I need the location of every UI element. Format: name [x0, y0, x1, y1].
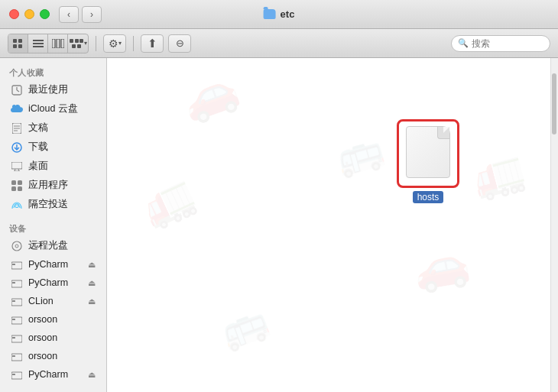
view-list-button[interactable] — [28, 34, 48, 53]
sidebar-item-pycharm-1[interactable]: PyCharm ⏏ — [3, 255, 103, 274]
svg-rect-6 — [33, 46, 44, 47]
close-button[interactable] — [9, 9, 19, 19]
svg-rect-38 — [12, 282, 15, 283]
sidebar: 个人收藏 最近使用 iCloud 云盘 文稿 下载 — [0, 58, 107, 392]
svg-rect-14 — [77, 44, 81, 48]
traffic-lights — [0, 9, 50, 19]
view-column-button[interactable] — [48, 34, 68, 53]
toolbar: ▾ ⚙ ▾ ⬆ ⊖ 🔍 — [0, 29, 558, 58]
svg-rect-48 — [12, 374, 15, 375]
search-box[interactable]: 🔍 — [451, 35, 550, 52]
svg-rect-42 — [12, 319, 15, 320]
eject-icon-4[interactable]: ⏏ — [88, 370, 96, 380]
eject-icon-1[interactable]: ⏏ — [88, 260, 96, 270]
svg-rect-46 — [12, 355, 15, 357]
svg-text:🚛: 🚛 — [134, 167, 203, 235]
sidebar-item-icloud[interactable]: iCloud 云盘 — [3, 99, 103, 118]
drive-icon-7 — [11, 368, 23, 381]
titlebar: ‹ › etc — [0, 0, 558, 29]
back-button[interactable]: ‹ — [59, 6, 79, 23]
svg-rect-1 — [18, 39, 22, 43]
gear-icon: ⚙ — [109, 37, 118, 50]
file-icon-body — [406, 126, 450, 178]
sidebar-label-orsoon-1: orsoon — [28, 314, 57, 325]
desktop-icon — [11, 160, 23, 173]
sidebar-item-remote-disc[interactable]: 远程光盘 — [3, 236, 103, 255]
view-gallery-button[interactable]: ▾ — [68, 34, 88, 53]
sidebar-item-airdrop[interactable]: 隔空投送 — [3, 195, 103, 214]
tag-icon: ⊖ — [176, 37, 184, 49]
scrollbar-track[interactable] — [550, 58, 558, 392]
search-icon: 🔍 — [458, 38, 469, 48]
svg-rect-45 — [11, 354, 22, 361]
sidebar-item-desktop[interactable]: 桌面 — [3, 157, 103, 176]
svg-rect-30 — [11, 186, 16, 191]
svg-text:🚗: 🚗 — [174, 59, 246, 129]
file-name-label: hosts — [413, 191, 444, 203]
svg-rect-4 — [33, 40, 44, 41]
folder-icon — [264, 9, 276, 19]
search-input[interactable] — [472, 38, 543, 49]
sidebar-item-orsoon-1[interactable]: orsoon — [3, 310, 103, 329]
svg-point-33 — [12, 241, 21, 251]
svg-text:🚌: 🚌 — [331, 125, 388, 182]
svg-text:🚌: 🚌 — [214, 296, 274, 356]
icloud-icon — [11, 103, 23, 115]
svg-rect-37 — [11, 280, 22, 287]
svg-rect-44 — [12, 337, 15, 339]
drive-icon-6 — [11, 350, 23, 362]
sidebar-item-clion[interactable]: CLion ⏏ — [3, 292, 103, 310]
toolbar-separator-1 — [96, 36, 96, 51]
svg-rect-2 — [13, 44, 17, 48]
eject-icon-2[interactable]: ⏏ — [88, 278, 96, 288]
file-icon-corner — [437, 127, 449, 139]
svg-rect-13 — [72, 44, 76, 48]
eject-icon-3[interactable]: ⏏ — [88, 296, 96, 306]
scrollbar-thumb[interactable] — [552, 73, 556, 134]
svg-rect-3 — [18, 44, 22, 48]
maximize-button[interactable] — [40, 9, 50, 19]
svg-rect-35 — [11, 262, 22, 269]
view-icon-button[interactable] — [8, 34, 28, 53]
sidebar-item-apps[interactable]: 应用程序 — [3, 176, 103, 195]
svg-rect-12 — [79, 39, 83, 43]
share-button[interactable]: ⬆ — [141, 34, 164, 53]
share-icon: ⬆ — [148, 37, 157, 50]
sidebar-item-recent[interactable]: 最近使用 — [3, 80, 103, 99]
tag-button[interactable]: ⊖ — [168, 34, 191, 53]
apps-icon — [11, 180, 23, 192]
file-item-hosts[interactable]: hosts — [397, 119, 459, 203]
svg-rect-39 — [11, 299, 22, 306]
svg-rect-43 — [11, 335, 22, 342]
drive-icon-4 — [11, 313, 23, 326]
sidebar-label-icloud: iCloud 云盘 — [28, 102, 78, 115]
svg-line-17 — [17, 90, 19, 92]
recent-icon — [11, 84, 23, 96]
file-icon — [404, 126, 453, 181]
forward-button[interactable]: › — [82, 6, 102, 23]
nav-buttons: ‹ › — [59, 6, 102, 23]
download-icon — [11, 141, 23, 154]
sidebar-item-docs[interactable]: 文稿 — [3, 118, 103, 138]
sidebar-label-docs: 文稿 — [28, 121, 48, 134]
column-view-icon — [52, 39, 64, 48]
gallery-dropdown-icon: ▾ — [84, 40, 87, 47]
back-icon: ‹ — [67, 9, 70, 20]
svg-rect-28 — [11, 180, 16, 185]
sidebar-item-pycharm-3[interactable]: PyCharm ⏏ — [3, 365, 103, 384]
sidebar-label-orsoon-2: orsoon — [28, 332, 57, 343]
drive-icon-2 — [11, 277, 23, 289]
disc-icon — [11, 240, 23, 252]
window-title-text: etc — [281, 8, 295, 20]
sidebar-item-downloads[interactable]: 下载 — [3, 138, 103, 157]
action-gear-button[interactable]: ⚙ ▾ — [103, 34, 126, 53]
sidebar-item-orsoon-3[interactable]: orsoon — [3, 347, 103, 365]
svg-rect-31 — [18, 186, 22, 191]
sidebar-item-pycharm-2[interactable]: PyCharm ⏏ — [3, 274, 103, 292]
svg-rect-0 — [13, 39, 17, 43]
minimize-button[interactable] — [24, 9, 34, 19]
svg-rect-41 — [11, 317, 22, 324]
svg-rect-29 — [18, 180, 22, 185]
sidebar-label-pycharm-2: PyCharm — [28, 277, 68, 288]
sidebar-item-orsoon-2[interactable]: orsoon — [3, 329, 103, 347]
